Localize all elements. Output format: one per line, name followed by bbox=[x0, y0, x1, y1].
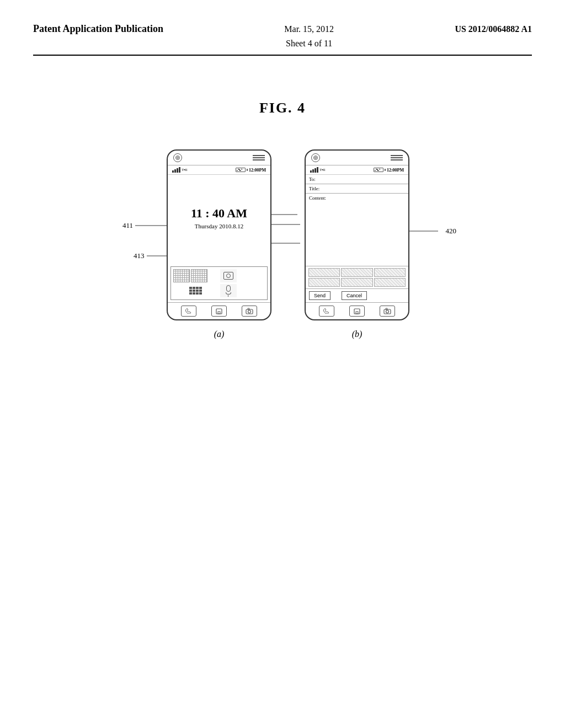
phone-b-top-bar bbox=[306, 151, 408, 165]
phone-a-top-bar bbox=[168, 151, 270, 165]
phone-a: T▪ll 12:00PM 11 : 40 AM bbox=[167, 149, 271, 320]
svg-point-20 bbox=[386, 311, 389, 313]
kb-row-b-2 bbox=[308, 278, 406, 287]
nav-btn-camera[interactable] bbox=[242, 306, 257, 317]
battery-nub-b bbox=[385, 169, 386, 171]
header-right: US 2012/0064882 A1 bbox=[455, 22, 532, 36]
kb-mini-row2 bbox=[189, 290, 202, 292]
kb-cell-b bbox=[374, 278, 406, 287]
content-label: Content: bbox=[309, 195, 326, 201]
svg-point-12 bbox=[248, 311, 251, 313]
nav-btn-camera-b[interactable] bbox=[380, 306, 395, 317]
settings-icon-b bbox=[311, 153, 320, 162]
page-header: Patent Application Publication Mar. 15, … bbox=[33, 22, 532, 56]
battery-time-area-b: 12:00PM bbox=[374, 168, 404, 173]
phone-a-wrapper: 411 413 410 412 414 bbox=[167, 149, 271, 339]
header-date: Mar. 15, 2012 bbox=[284, 22, 334, 36]
kb-mini-key bbox=[196, 292, 199, 295]
svg-point-7 bbox=[177, 157, 179, 159]
kb-mini-key bbox=[193, 287, 195, 289]
mic-stand bbox=[226, 292, 231, 295]
kb-mini-key bbox=[199, 292, 202, 295]
phone-a-status-bar: T▪ll 12:00PM bbox=[168, 165, 270, 175]
clock-time: 11 : 40 AM bbox=[191, 206, 247, 221]
message-icon-b bbox=[391, 155, 403, 160]
battery-box bbox=[236, 168, 246, 172]
clock-display: 11 : 40 AM Thursday 2010.8.12 bbox=[168, 175, 270, 266]
phone-b-bottom-nav bbox=[306, 302, 408, 319]
svg-rect-13 bbox=[248, 308, 249, 310]
publication-title: Patent Application Publication bbox=[33, 23, 163, 34]
signal-bars-icon-b bbox=[310, 167, 318, 173]
clock-date: Thursday 2010.8.12 bbox=[195, 223, 243, 229]
settings-icon bbox=[173, 153, 182, 162]
phone-a-label: (a) bbox=[214, 329, 225, 339]
battery-fill-b bbox=[375, 169, 380, 171]
kb-mini-key bbox=[196, 287, 199, 289]
time-display-a: 12:00PM bbox=[249, 168, 266, 173]
phone-a-bottom-nav bbox=[168, 302, 270, 319]
kb-mini-key bbox=[193, 292, 195, 295]
kb-cell-b bbox=[341, 278, 372, 287]
to-label: To: bbox=[309, 176, 316, 182]
svg-rect-21 bbox=[386, 308, 387, 310]
to-field: To: bbox=[306, 175, 408, 184]
grid-icon-2 bbox=[191, 270, 207, 282]
time-display-b: 12:00PM bbox=[387, 168, 404, 173]
battery-fill bbox=[237, 169, 242, 171]
message-icon bbox=[253, 155, 265, 160]
header-left: Patent Application Publication bbox=[33, 22, 163, 36]
battery-icon-b bbox=[374, 168, 386, 172]
apps-row1 bbox=[173, 269, 218, 282]
mic-base bbox=[228, 295, 229, 297]
carrier-text-b: T▪ll bbox=[319, 168, 326, 172]
signal-bars-icon bbox=[172, 167, 180, 173]
keyboard-area-b bbox=[306, 266, 408, 288]
svg-point-8 bbox=[176, 156, 180, 160]
kb-cell-b bbox=[308, 268, 340, 277]
content-field: Content: bbox=[306, 194, 408, 266]
diagram-container: 411 413 410 412 414 bbox=[33, 149, 532, 339]
kb-cell-b bbox=[341, 268, 372, 277]
message-compose-screen: To: Title: Content: bbox=[306, 175, 408, 302]
mic-icon bbox=[226, 285, 231, 297]
message-actions: Send Cancel bbox=[306, 288, 408, 302]
kb-mini-key bbox=[189, 287, 192, 289]
header-center: Mar. 15, 2012 Sheet 4 of 11 bbox=[284, 22, 334, 50]
nav-btn-call[interactable] bbox=[181, 306, 196, 317]
kb-mini-key bbox=[199, 290, 202, 292]
nav-btn-call-b[interactable] bbox=[319, 306, 334, 317]
kb-mini-key bbox=[189, 292, 192, 295]
kb-mini-key bbox=[196, 290, 199, 292]
kb-row-b-1 bbox=[308, 268, 406, 277]
ref-420-label: 420 bbox=[405, 227, 457, 235]
send-button[interactable]: Send bbox=[309, 291, 331, 300]
signal-area: T▪ll bbox=[172, 167, 188, 173]
keyboard-icon-container bbox=[173, 284, 218, 297]
nav-btn-home[interactable] bbox=[211, 306, 227, 317]
carrier-text: T▪ll bbox=[182, 168, 188, 172]
keyboard-rows-icon bbox=[189, 287, 202, 295]
battery-nub bbox=[247, 169, 248, 171]
mic-icon-container bbox=[220, 284, 237, 297]
mic-body bbox=[226, 285, 231, 292]
patent-number: US 2012/0064882 A1 bbox=[455, 22, 532, 36]
camera-icon-container bbox=[220, 269, 237, 282]
kb-cell-b bbox=[374, 268, 406, 277]
phone-b: T▪ll 12:00PM To: bbox=[305, 149, 409, 320]
camera-icon bbox=[223, 272, 233, 280]
kb-cell-b bbox=[308, 278, 340, 287]
title-label: Title: bbox=[309, 186, 319, 191]
apps-area bbox=[170, 266, 268, 300]
app-icon-1 bbox=[173, 269, 190, 282]
phone-b-status-bar: T▪ll 12:00PM bbox=[306, 165, 408, 175]
kb-mini-key bbox=[199, 287, 202, 289]
kb-mini-key bbox=[189, 290, 192, 292]
battery-box-b bbox=[374, 168, 383, 172]
nav-btn-home-b[interactable] bbox=[349, 306, 365, 317]
cancel-button[interactable]: Cancel bbox=[342, 291, 367, 300]
svg-point-15 bbox=[315, 157, 317, 159]
kb-mini-row1 bbox=[189, 287, 202, 289]
signal-area-b: T▪ll bbox=[310, 167, 326, 173]
battery-time-area: 12:00PM bbox=[236, 168, 266, 173]
